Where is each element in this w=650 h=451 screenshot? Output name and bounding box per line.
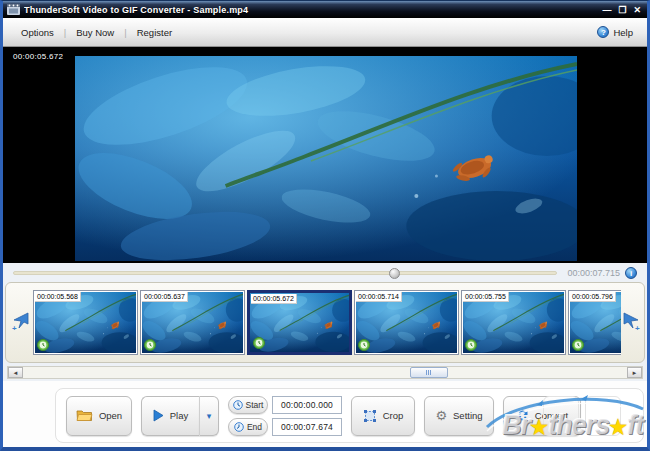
thumbnail-5[interactable]: 00:00:05.755 bbox=[461, 290, 566, 355]
svg-text:+: + bbox=[12, 324, 17, 333]
maximize-button[interactable]: ❐ bbox=[618, 5, 626, 15]
scroll-left-button[interactable]: ◄ bbox=[8, 367, 23, 378]
info-icon[interactable]: i bbox=[625, 267, 637, 279]
window-title: ThunderSoft Video to GIF Converter - Sam… bbox=[24, 5, 602, 15]
menu-bar: Options | Buy Now | Register ? Help bbox=[3, 18, 647, 47]
app-window: ThunderSoft Video to GIF Converter - Sam… bbox=[0, 0, 650, 451]
obscured-button-outline bbox=[543, 396, 579, 436]
video-timestamp-overlay: 00:00:05.672 bbox=[11, 52, 65, 61]
scroll-right-button[interactable]: ► bbox=[627, 367, 642, 378]
toolbar-panel: Open Play ▾ bbox=[55, 388, 644, 443]
minimize-button[interactable]: — bbox=[602, 5, 611, 15]
trim-controls: Start 00:00:00.000 End 00:00:07.674 bbox=[228, 396, 342, 436]
hscroll-thumb[interactable] bbox=[410, 367, 448, 378]
folder-icon bbox=[76, 409, 93, 422]
video-frame[interactable] bbox=[75, 56, 577, 261]
thumbnail-6[interactable]: 00:00:05.796 bbox=[568, 290, 621, 355]
clock-icon bbox=[234, 422, 244, 432]
play-dropdown-button[interactable]: ▾ bbox=[199, 396, 219, 436]
end-label: End bbox=[247, 422, 262, 432]
clock-badge-icon bbox=[37, 339, 49, 351]
clock-badge-icon bbox=[572, 339, 584, 351]
setting-label: Setting bbox=[453, 410, 483, 421]
open-button[interactable]: Open bbox=[66, 396, 132, 436]
menu-options[interactable]: Options bbox=[11, 24, 64, 41]
thumbnail-timestamp: 00:00:05.672 bbox=[251, 294, 297, 304]
gear-icon: ⚙ bbox=[435, 409, 447, 422]
help-label: Help bbox=[613, 27, 633, 38]
help-icon: ? bbox=[597, 26, 609, 38]
bottom-toolbar: Open Play ▾ bbox=[3, 381, 647, 447]
thumbnail-row: 00:00:05.568 00:00:05.637 00:00:05.672 0… bbox=[33, 290, 621, 355]
close-button[interactable]: ✕ bbox=[633, 5, 641, 15]
start-label: Start bbox=[246, 400, 264, 410]
thumbnail-2[interactable]: 00:00:05.637 bbox=[140, 290, 245, 355]
crop-icon bbox=[363, 409, 377, 423]
clock-badge-icon bbox=[144, 339, 156, 351]
thumbnail-3-selected[interactable]: 00:00:05.672 bbox=[247, 290, 352, 355]
thumbnail-timestamp: 00:00:05.796 bbox=[570, 292, 616, 302]
menu-buy-now[interactable]: Buy Now bbox=[66, 24, 124, 41]
convert-arrows-icon bbox=[516, 409, 529, 422]
setting-button[interactable]: ⚙ Setting bbox=[424, 396, 494, 436]
filmstrip-prev-arrow[interactable]: + bbox=[9, 307, 31, 335]
thumbnail-1[interactable]: 00:00:05.568 bbox=[33, 290, 138, 355]
duration-label: 00:00:07.715 bbox=[567, 268, 620, 278]
filmstrip-panel: + 00:00:05.568 00:00:05.637 00:00:05.672… bbox=[5, 282, 645, 363]
thumbnail-timestamp: 00:00:05.714 bbox=[356, 292, 402, 302]
play-button-group: Play ▾ bbox=[141, 396, 219, 436]
chevron-down-icon: ▾ bbox=[207, 411, 212, 421]
seek-row: 00:00:07.715 i bbox=[3, 263, 647, 282]
clock-badge-icon bbox=[253, 337, 265, 349]
menu-help[interactable]: ? Help bbox=[591, 23, 639, 41]
thumbnail-timestamp: 00:00:05.637 bbox=[142, 292, 188, 302]
app-icon bbox=[7, 4, 20, 15]
start-button[interactable]: Start bbox=[228, 396, 268, 414]
start-time-field[interactable]: 00:00:00.000 bbox=[272, 396, 342, 414]
seek-track[interactable] bbox=[13, 271, 557, 275]
svg-text:+: + bbox=[635, 324, 640, 333]
obscured-button-outline bbox=[585, 396, 621, 436]
video-preview-area: 00:00:05.672 bbox=[3, 47, 647, 263]
crop-button[interactable]: Crop bbox=[351, 396, 415, 436]
filmstrip-scrollbar: ◄ ► bbox=[7, 366, 643, 379]
seek-thumb[interactable] bbox=[389, 268, 400, 279]
play-button[interactable]: Play bbox=[141, 396, 199, 436]
filmstrip-next-arrow[interactable]: + bbox=[621, 307, 643, 335]
end-button[interactable]: End bbox=[228, 418, 268, 436]
title-bar: ThunderSoft Video to GIF Converter - Sam… bbox=[3, 1, 647, 18]
scrollbar-track[interactable] bbox=[23, 367, 627, 378]
crop-label: Crop bbox=[383, 410, 404, 421]
menu-register[interactable]: Register bbox=[127, 24, 182, 41]
thumbnail-timestamp: 00:00:05.755 bbox=[463, 292, 509, 302]
play-icon bbox=[153, 409, 164, 422]
thumbnail-timestamp: 00:00:05.568 bbox=[35, 292, 81, 302]
thumbnail-4[interactable]: 00:00:05.714 bbox=[354, 290, 459, 355]
clock-icon bbox=[233, 400, 243, 410]
open-label: Open bbox=[99, 410, 122, 421]
clock-badge-icon bbox=[465, 339, 477, 351]
clock-badge-icon bbox=[358, 339, 370, 351]
play-label: Play bbox=[170, 410, 188, 421]
end-time-field[interactable]: 00:00:07.674 bbox=[272, 418, 342, 436]
